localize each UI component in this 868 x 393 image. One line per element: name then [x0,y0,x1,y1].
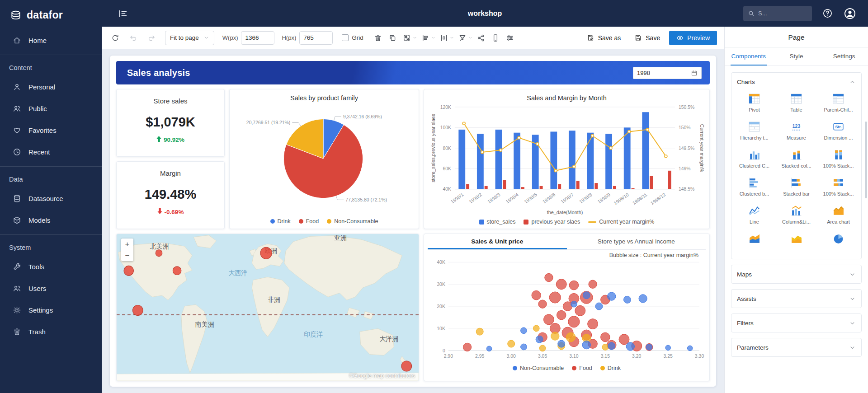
map-attribution: ©Google map contributors [349,373,415,379]
component-stacked-bar-100[interactable]: 100% Stack... [817,175,859,198]
component-label: Area chart [827,219,850,225]
scatter-tab-sales-unit-price[interactable]: Sales & Unit price [428,234,567,249]
panel-section-header-filters[interactable]: Filters [731,314,861,332]
sidebar-item-favorites[interactable]: Favorites [0,119,102,141]
sidebar: datafor HomeContentPersonalPublicFavorit… [0,0,102,393]
component-area[interactable]: Area chart [817,203,859,226]
grid-toggle[interactable]: Grid [342,34,363,41]
scatter-tab-store-type-vs-annual-income[interactable]: Store type vs Annual income [567,234,706,249]
legend-swatch [270,219,275,224]
scatter-card[interactable]: Sales & Unit priceStore type vs Annual i… [424,234,710,381]
legend-item-store-sales[interactable]: store_sales [479,219,516,225]
sidebar-item-datasource[interactable]: Datasource [0,187,102,209]
legend-item-food[interactable]: Food [572,365,592,371]
refresh-button[interactable] [108,31,123,45]
pie-chart-card[interactable]: Sales by product family 9,3742.16 (8.69%… [229,89,419,229]
panel-tab-style[interactable]: Style [773,48,821,66]
map-card[interactable]: 北美洲欧洲亚洲大西洋非洲南美洲印度洋大洋洲 + − ©Google map co… [116,234,419,381]
chevron-down-icon[interactable] [412,35,417,40]
chevron-down-icon[interactable] [468,35,473,40]
panel-section-header-assists[interactable]: Assists [731,290,861,308]
kpi-card-margin[interactable]: Margin149.48%-0.69% [116,161,225,229]
sidebar-item-trash[interactable]: Trash [0,321,102,342]
panel-scrollbar[interactable] [865,122,867,198]
component-clustered-bar[interactable]: Clustered b... [733,175,775,198]
legend-item-food[interactable]: Food [299,218,319,225]
preview-button[interactable]: Preview [669,31,717,45]
component-pivot[interactable]: Pivot [733,91,775,114]
component-line[interactable]: Line [733,203,775,226]
component-stacked-column[interactable]: Stacked col... [775,147,817,170]
grid-checkbox[interactable] [342,34,349,41]
width-input[interactable] [241,31,274,45]
sidebar-item-users[interactable]: Users [0,277,102,299]
component-settings-button[interactable] [503,31,517,45]
panel-section-header-maps[interactable]: Maps [731,265,861,283]
year-filter[interactable]: 1998 [633,67,702,79]
sidebar-item-home[interactable]: Home [0,29,102,51]
legend-item-previous-year-slaes[interactable]: previous year slaes [524,219,580,225]
global-search-input[interactable]: S... [743,6,812,21]
component-clustered-column[interactable]: Clustered C... [733,147,775,170]
component-dimension[interactable]: Str.Dimension ... [817,119,859,142]
preview-label: Preview [687,34,710,42]
sidebar-item-settings[interactable]: Settings [0,299,102,321]
panel-section-header-parameters[interactable]: Parameters [731,338,861,356]
mobile-preview-button[interactable] [488,31,503,45]
component-stacked-area[interactable] [775,231,817,254]
component-stacked-bar[interactable]: Stacked bar [775,175,817,198]
component-stacked-column-100[interactable]: 100% Stack... [817,147,859,170]
redo-button[interactable] [144,31,159,45]
dashboard: Sales analysis 1998 Store sales$1,079K90… [110,56,716,387]
panel-section-header-charts[interactable]: Charts [731,73,861,91]
sidebar-item-public[interactable]: Public [0,98,102,119]
save-button[interactable]: Save [630,31,665,45]
zoom-fit-select[interactable]: Fit to page [165,31,214,45]
design-canvas[interactable]: Sales analysis 1998 Store sales$1,079K90… [102,49,724,393]
sidebar-item-tools[interactable]: Tools [0,256,102,277]
svg-text:印度洋: 印度洋 [304,331,323,338]
height-input[interactable] [299,31,333,45]
legend-item-drink[interactable]: Drink [270,218,291,225]
account-button[interactable] [843,6,857,21]
legend-label: store_sales [487,219,516,225]
undo-button[interactable] [126,31,141,45]
save-as-button[interactable]: Save as [582,31,626,45]
legend-swatch [327,219,331,224]
brand[interactable]: datafor [0,0,102,29]
save-label: Save [646,34,660,42]
component-pie[interactable] [817,231,859,254]
component-parent-child[interactable]: Parent-Chil... [817,91,859,114]
sidebar-item-personal[interactable]: Personal [0,76,102,98]
component-table[interactable]: Table [775,91,817,114]
kpi-card-store-sales[interactable]: Store sales$1,079K90.92% [116,89,225,157]
delete-button[interactable] [371,31,385,45]
chevron-down-icon[interactable] [449,35,454,40]
zoom-in-button[interactable]: + [121,239,133,250]
sidebar-item-models[interactable]: Models [0,209,102,231]
combo-chart: 40K60K80K100K120K148.5%149%149.5%150%150… [428,103,706,217]
help-button[interactable] [820,6,835,21]
chevron-down-icon[interactable] [431,35,436,40]
legend-item-drink[interactable]: Drink [600,365,621,371]
legend-item-non-consumable[interactable]: Non-Consumable [327,218,378,225]
home-icon [13,36,22,45]
main-area: workshop S... Fit to page [102,0,868,393]
legend-item-current-year-margin-[interactable]: Current year margin% [588,219,654,225]
svg-text:10K: 10K [437,326,445,331]
component-range-area[interactable] [733,231,775,254]
component-column-line[interactable]: Column&Li... [775,203,817,226]
component-hierarchy[interactable]: Hierarchy t... [733,119,775,142]
users-icon [13,104,22,113]
legend-item-non-consumable[interactable]: Non-Consumable [513,365,564,371]
sidebar-item-recent[interactable]: Recent [0,141,102,163]
combo-chart-card[interactable]: Sales and Margin by Month 40K60K80K100K1… [424,89,710,229]
panel-tab-settings[interactable]: Settings [820,48,868,66]
component-measure[interactable]: 123Measure [775,119,817,142]
share-button[interactable] [474,31,488,45]
collapse-menu-button[interactable] [115,6,131,21]
combo-chart-title: Sales and Margin by Month [428,89,706,103]
zoom-out-button[interactable]: − [121,250,133,261]
copy-button[interactable] [385,31,400,45]
panel-tab-components[interactable]: Components [725,48,773,66]
